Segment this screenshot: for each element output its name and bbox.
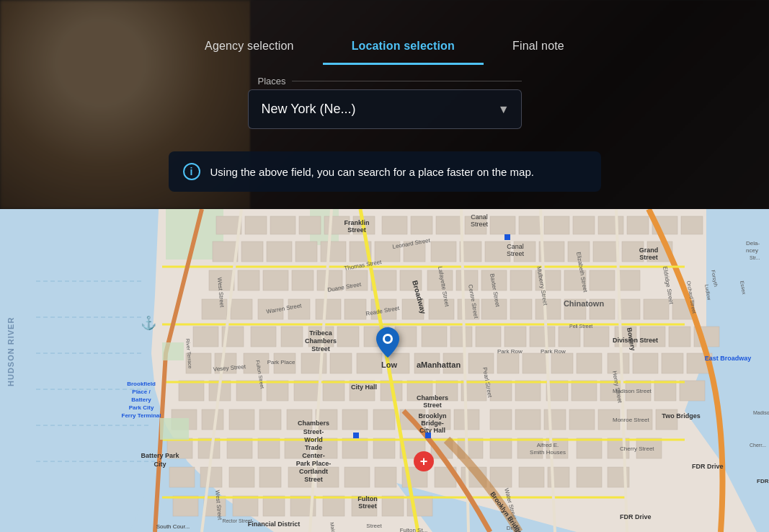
svg-text:Street: Street [471,221,489,228]
svg-rect-180 [519,467,544,487]
svg-rect-153 [227,438,252,458]
map-location-pin[interactable] [376,327,399,360]
svg-text:Brooklyn: Brooklyn [418,412,446,420]
svg-rect-29 [321,241,346,262]
svg-text:Chinatown: Chinatown [564,299,604,308]
svg-text:Chambers: Chambers [417,394,448,402]
svg-rect-89 [559,327,580,347]
svg-text:Franklin: Franklin [344,219,369,226]
svg-rect-43 [238,270,259,291]
hudson-river-label: HUDSON RIVER [6,317,15,386]
map-area[interactable]: Franklin Street Canal Street Canal Stree… [0,209,769,532]
places-section: Places New York (Ne...) ▼ [248,76,522,129]
places-dropdown[interactable]: New York (Ne...) ▼ [248,89,522,129]
svg-rect-187 [263,496,285,516]
svg-rect-90 [584,327,609,347]
svg-rect-105 [468,353,494,373]
svg-rect-78 [251,327,276,347]
svg-rect-134 [202,409,223,430]
svg-text:Two Bridges: Two Bridges [662,412,700,420]
svg-rect-169 [200,467,222,487]
svg-text:Battery Park: Battery Park [141,452,179,459]
svg-text:Smith Houses: Smith Houses [530,449,566,456]
svg-text:Place /: Place / [132,389,151,395]
svg-text:South Cour...: South Cour... [156,523,190,530]
svg-rect-158 [373,438,395,458]
svg-text:Park City: Park City [129,404,154,411]
tab-final-note[interactable]: Final note [484,30,593,65]
svg-rect-140 [373,409,395,430]
svg-text:Madison Street: Madison Street [613,388,652,394]
svg-text:FDR Drive: FDR Drive [620,513,652,520]
svg-rect-108 [551,353,573,373]
tab-navigation: Agency selection Location selection Fina… [0,0,769,65]
svg-text:Street: Street [311,345,330,353]
svg-rect-8 [245,216,267,234]
svg-text:City Hall: City Hall [351,384,377,391]
svg-text:FDR: FDR [757,478,769,484]
svg-rect-53 [510,270,532,291]
svg-rect-292 [162,342,184,360]
svg-rect-162 [490,438,512,458]
svg-text:aManhattan: aManhattan [417,360,461,369]
info-icon: i [183,163,200,180]
svg-rect-131 [654,381,676,401]
info-banner-text: Using the above field, you can search fo… [210,164,534,179]
svg-text:Cherr...: Cherr... [750,443,766,448]
svg-rect-93 [669,327,690,347]
svg-rect-18 [519,216,541,234]
svg-rect-110 [608,353,629,373]
tab-agency-selection[interactable]: Agency selection [176,30,323,65]
svg-rect-86 [476,327,501,347]
svg-text:Street: Street [304,476,323,483]
svg-rect-112 [662,353,683,373]
svg-rect-76 [193,327,218,347]
svg-text:Street: Street [507,250,525,257]
svg-rect-19 [544,216,569,234]
svg-text:Monroe Street: Monroe Street [613,417,649,423]
svg-rect-73 [618,299,640,319]
svg-rect-154 [258,438,280,458]
svg-rect-168 [169,467,195,487]
svg-rect-165 [577,438,602,458]
svg-rect-147 [569,409,595,430]
svg-rect-182 [577,467,602,487]
svg-rect-14 [411,216,432,234]
svg-rect-106 [497,353,519,373]
svg-rect-171 [259,467,281,487]
map-svg: Franklin Street Canal Street Canal Stree… [0,209,769,532]
svg-rect-170 [229,467,254,487]
svg-rect-13 [382,216,407,234]
svg-rect-10 [299,216,321,234]
svg-text:FDR Drive: FDR Drive [692,463,724,470]
svg-rect-107 [523,353,548,373]
svg-text:Park Place-: Park Place- [296,460,332,467]
svg-text:Bridge-: Bridge- [421,420,444,427]
svg-rect-81 [337,327,359,347]
chevron-down-icon: ▼ [498,103,510,116]
svg-rect-88 [530,327,555,347]
svg-text:Street: Street [639,254,658,261]
svg-rect-59 [231,299,252,319]
tab-location-selection[interactable]: Location selection [323,30,484,65]
map-add-location-button[interactable]: + [414,451,434,471]
anchor-icon: ⚓ [141,315,156,331]
svg-rect-294 [353,433,359,438]
svg-text:Brookfield: Brookfield [127,381,156,387]
svg-rect-119 [323,381,345,401]
svg-text:Ferry Terminal: Ferry Terminal [122,412,161,419]
svg-text:Canal: Canal [507,243,524,250]
svg-rect-85 [450,327,472,347]
svg-rect-24 [681,216,703,234]
svg-rect-146 [544,409,566,430]
svg-text:Division Street: Division Street [613,337,658,344]
svg-text:Madison: Madison [753,410,769,415]
svg-rect-132 [680,381,705,401]
svg-rect-291 [160,418,189,440]
svg-text:Str...: Str... [750,255,760,260]
svg-text:Alfred E.: Alfred E. [537,442,559,448]
svg-text:Cherry Street: Cherry Street [620,445,654,452]
places-label: Places [248,76,522,87]
svg-rect-116 [236,381,262,401]
svg-text:Street: Street [366,523,382,529]
